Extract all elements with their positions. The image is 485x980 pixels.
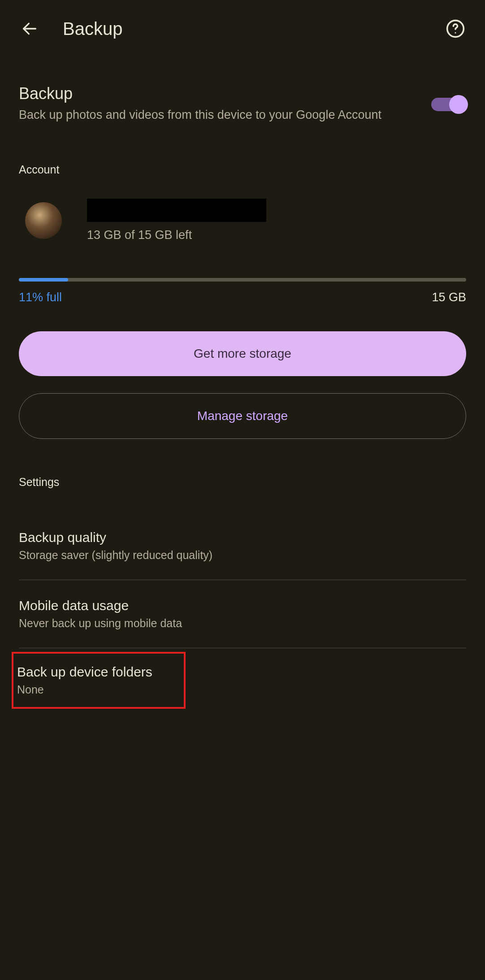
setting-value: Storage saver (slightly reduced quality)	[19, 549, 466, 562]
page-title: Backup	[63, 19, 422, 39]
divider	[19, 580, 466, 580]
avatar	[25, 202, 62, 239]
settings-section-label: Settings	[19, 476, 466, 489]
storage-progress-fill	[19, 278, 68, 282]
storage-percent-label: 11% full	[19, 291, 62, 304]
toggle-thumb	[449, 95, 468, 114]
setting-title: Mobile data usage	[19, 598, 466, 613]
account-storage-left: 13 GB of 15 GB left	[87, 228, 466, 242]
setting-backup-quality[interactable]: Backup quality Storage saver (slightly r…	[19, 516, 466, 576]
setting-value: Never back up using mobile data	[19, 617, 466, 630]
account-section-label: Account	[19, 163, 466, 176]
help-icon	[446, 19, 465, 39]
storage-progress-labels: 11% full 15 GB	[19, 291, 466, 304]
avatar-image	[25, 202, 62, 239]
svg-point-2	[455, 32, 456, 34]
help-button[interactable]	[445, 18, 466, 39]
divider	[19, 648, 466, 648]
get-more-storage-button[interactable]: Get more storage	[19, 331, 466, 376]
backup-toggle-row: Backup Back up photos and videos from th…	[19, 84, 466, 123]
back-button[interactable]	[19, 18, 40, 39]
account-selector[interactable]: 13 GB of 15 GB left	[19, 199, 466, 242]
setting-back-up-device-folders[interactable]: Back up device folders None	[12, 652, 186, 709]
backup-toggle-title: Backup	[19, 84, 413, 103]
backup-toggle-switch[interactable]	[431, 95, 466, 114]
setting-title: Back up device folders	[17, 664, 178, 680]
storage-total-label: 15 GB	[432, 291, 466, 304]
arrow-left-icon	[21, 20, 39, 38]
setting-title: Backup quality	[19, 530, 466, 545]
manage-storage-button[interactable]: Manage storage	[19, 393, 466, 439]
storage-progress-bar	[19, 278, 466, 282]
app-header: Backup	[0, 0, 485, 57]
setting-mobile-data-usage[interactable]: Mobile data usage Never back up using mo…	[19, 584, 466, 644]
account-email-redacted	[87, 199, 266, 222]
backup-toggle-description: Back up photos and videos from this devi…	[19, 107, 413, 123]
setting-value: None	[17, 683, 178, 696]
